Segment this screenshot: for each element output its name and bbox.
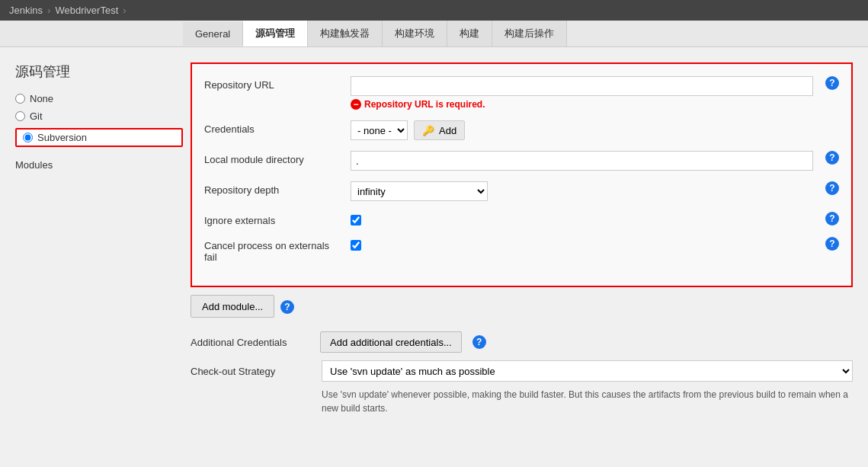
tab-general[interactable]: General xyxy=(183,22,243,46)
add-label: Add xyxy=(439,125,456,136)
breadcrumb-jenkins[interactable]: Jenkins xyxy=(9,5,43,16)
breadcrumb-bar: Jenkins › WebdriverTest › xyxy=(0,0,868,21)
radio-git[interactable]: Git xyxy=(15,110,183,122)
additional-credentials-label: Additional Credentials xyxy=(191,337,312,348)
page-title: 源码管理 xyxy=(15,62,183,81)
key-icon: 🔑 xyxy=(422,125,434,136)
repository-url-row: Repository URL − Repository URL is requi… xyxy=(204,76,839,110)
radio-none-label: None xyxy=(30,93,53,104)
left-section: 源码管理 None Git Subversion Modules xyxy=(15,62,183,415)
credentials-inner-row: - none - 🔑 Add xyxy=(351,120,839,140)
repository-url-error: − Repository URL is required. xyxy=(351,99,813,110)
breadcrumb-sep-2: › xyxy=(123,5,126,16)
tab-bar: General 源码管理 构建触发器 构建环境 构建 构建后操作 xyxy=(0,21,868,47)
breadcrumb-webdrivertest[interactable]: WebdriverTest xyxy=(55,5,118,16)
breadcrumb-sep-1: › xyxy=(47,5,50,16)
additional-credentials-help-icon[interactable]: ? xyxy=(472,335,486,349)
error-icon: − xyxy=(351,99,361,110)
local-module-dir-input[interactable] xyxy=(351,151,813,171)
subversion-help-icon[interactable]: ? xyxy=(280,300,294,314)
cancel-process-checkbox[interactable] xyxy=(351,240,361,251)
ignore-externals-label: Ignore externals xyxy=(204,212,341,226)
local-module-dir-label: Local module directory xyxy=(204,151,341,165)
radio-git-label: Git xyxy=(30,110,43,122)
right-panel: Repository URL − Repository URL is requi… xyxy=(191,62,853,415)
repository-depth-control: infinity empty files immediates xyxy=(351,181,813,201)
checkout-strategy-select[interactable]: Use 'svn update' as much as possible Alw… xyxy=(322,360,853,382)
tab-source-management[interactable]: 源码管理 xyxy=(243,21,308,46)
repository-depth-help-icon[interactable]: ? xyxy=(825,181,839,195)
tab-build-environment[interactable]: 构建环境 xyxy=(383,21,447,46)
tab-build[interactable]: 构建 xyxy=(447,21,492,46)
repository-url-help-icon[interactable]: ? xyxy=(825,76,839,90)
credentials-control: - none - 🔑 Add xyxy=(351,120,839,140)
add-module-button[interactable]: Add module... xyxy=(191,295,274,318)
checkout-strategy-label: Check-out Strategy xyxy=(191,366,312,377)
repository-depth-select[interactable]: infinity empty files immediates xyxy=(351,181,488,201)
repository-depth-row: Repository depth infinity empty files im… xyxy=(204,181,839,201)
credentials-add-button[interactable]: 🔑 Add xyxy=(414,120,465,140)
tab-build-triggers[interactable]: 构建触发器 xyxy=(308,21,383,46)
error-text: Repository URL is required. xyxy=(364,99,485,110)
radio-git-input[interactable] xyxy=(15,111,25,121)
repository-depth-label: Repository depth xyxy=(204,181,341,196)
radio-subversion-input[interactable] xyxy=(23,133,33,142)
radio-none[interactable]: None xyxy=(15,93,183,104)
cancel-process-row: Cancel process on externals fail ? xyxy=(204,237,839,263)
additional-credentials-section: Additional Credentials Add additional cr… xyxy=(191,328,853,353)
cancel-process-control xyxy=(351,237,813,251)
local-module-dir-row: Local module directory ? xyxy=(204,151,839,171)
radio-none-input[interactable] xyxy=(15,94,25,104)
radio-subversion-label: Subversion xyxy=(37,132,87,143)
scm-radio-group: None Git Subversion xyxy=(15,93,183,147)
modules-box: Repository URL − Repository URL is requi… xyxy=(191,62,853,287)
credentials-label: Credentials xyxy=(204,120,341,135)
cancel-process-label: Cancel process on externals fail xyxy=(204,237,341,263)
ignore-externals-control xyxy=(351,212,813,226)
repository-url-label: Repository URL xyxy=(204,76,341,91)
credentials-row: Credentials - none - 🔑 Add xyxy=(204,120,839,140)
cancel-process-help-icon[interactable]: ? xyxy=(825,237,839,251)
modules-label: Modules xyxy=(15,159,183,171)
credentials-select[interactable]: - none - xyxy=(351,120,408,140)
repository-url-control: − Repository URL is required. xyxy=(351,76,813,110)
ignore-externals-row: Ignore externals ? xyxy=(204,212,839,226)
repository-url-input[interactable] xyxy=(351,76,813,96)
ignore-externals-checkbox[interactable] xyxy=(351,215,361,226)
main-content: 源码管理 None Git Subversion Modules xyxy=(0,47,868,430)
checkout-strategy-description: Use 'svn update' whenever possible, maki… xyxy=(191,388,853,415)
local-module-dir-help-icon[interactable]: ? xyxy=(825,151,839,165)
ignore-externals-help-icon[interactable]: ? xyxy=(825,212,839,226)
tab-post-build[interactable]: 构建后操作 xyxy=(492,21,567,46)
radio-subversion[interactable]: Subversion xyxy=(15,128,183,147)
page-layout: 源码管理 None Git Subversion Modules xyxy=(0,47,868,430)
add-additional-credentials-button[interactable]: Add additional credentials... xyxy=(320,331,462,353)
checkout-strategy-section: Check-out Strategy Use 'svn update' as m… xyxy=(191,360,853,382)
local-module-dir-control xyxy=(351,151,813,171)
